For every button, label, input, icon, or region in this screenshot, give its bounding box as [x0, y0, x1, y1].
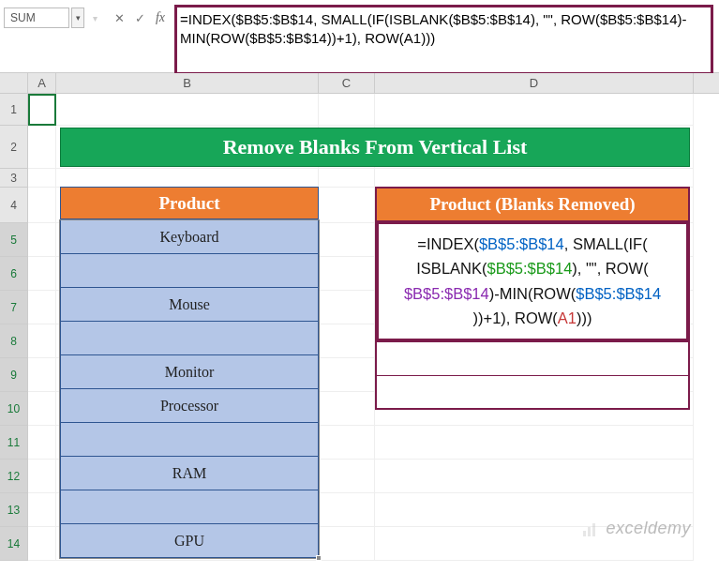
table-row[interactable]: GPU: [60, 524, 319, 558]
confirm-icon[interactable]: ✓: [129, 8, 150, 28]
cell[interactable]: [319, 257, 375, 291]
formula-bar-border: =INDEX($B$5:$B$14, SMALL(IF(ISBLANK($B$5…: [174, 5, 713, 75]
cell[interactable]: [28, 169, 56, 188]
table-row[interactable]: [375, 342, 690, 376]
cell[interactable]: [375, 493, 694, 527]
cell[interactable]: [28, 358, 56, 392]
cancel-icon[interactable]: ✕: [109, 8, 129, 28]
col-header-d[interactable]: D: [375, 73, 694, 93]
row-header-3[interactable]: 3: [0, 169, 28, 188]
cell[interactable]: [28, 223, 56, 257]
cell[interactable]: [375, 169, 694, 188]
cell[interactable]: [319, 527, 375, 561]
table-row[interactable]: [60, 490, 319, 524]
cell[interactable]: [319, 324, 375, 358]
page-title: Remove Blanks From Vertical List: [60, 128, 690, 167]
column-headers: A B C D: [0, 73, 719, 94]
fx-icon[interactable]: fx: [150, 8, 171, 28]
cell[interactable]: [319, 493, 375, 527]
table-row[interactable]: Processor: [60, 389, 319, 423]
table-row[interactable]: [60, 254, 319, 288]
cell[interactable]: [28, 188, 56, 223]
cell[interactable]: [375, 527, 694, 561]
expand-formula-icon[interactable]: ▾: [88, 8, 101, 28]
row-header-4[interactable]: 4: [0, 188, 28, 223]
formula-bar[interactable]: =INDEX($B$5:$B$14, SMALL(IF(ISBLANK($B$5…: [180, 10, 708, 67]
row-header-12[interactable]: 12: [0, 460, 28, 493]
cell[interactable]: [319, 188, 375, 223]
col-header-c[interactable]: C: [319, 73, 375, 93]
row-header-8[interactable]: 8: [0, 324, 28, 358]
cell[interactable]: [319, 169, 375, 188]
row-header-13[interactable]: 13: [0, 493, 28, 527]
name-box[interactable]: SUM: [4, 8, 69, 28]
formula-cell[interactable]: =INDEX($B$5:$B$14, SMALL(IF( ISBLANK($B$…: [375, 220, 690, 342]
grid: A B C D 1 2 3 4 5 6 7 8 9 10 11 12 13 14…: [0, 73, 719, 561]
formula-row: SUM ▾ ▾ ✕ ✓ fx =INDEX($B$5:$B$14, SMALL(…: [0, 0, 719, 73]
cell[interactable]: [56, 169, 319, 188]
row-header-14[interactable]: 14: [0, 527, 28, 561]
result-header: Product (Blanks Removed): [375, 187, 690, 220]
result-table: Product (Blanks Removed) =INDEX($B$5:$B$…: [375, 187, 690, 410]
cell[interactable]: [319, 460, 375, 493]
row-header-5[interactable]: 5: [0, 223, 28, 257]
cell[interactable]: [375, 460, 694, 493]
product-table: Product Keyboard Mouse Monitor Processor…: [60, 187, 319, 558]
cell[interactable]: [28, 94, 56, 126]
cell[interactable]: [319, 291, 375, 324]
row-header-6[interactable]: 6: [0, 257, 28, 291]
cell[interactable]: [56, 94, 319, 126]
cell[interactable]: [28, 126, 56, 169]
cell[interactable]: [319, 223, 375, 257]
row-header-2[interactable]: 2: [0, 126, 28, 169]
table-row[interactable]: Mouse: [60, 288, 319, 322]
row-header-10[interactable]: 10: [0, 392, 28, 426]
cell[interactable]: [28, 493, 56, 527]
table-row[interactable]: Keyboard: [60, 220, 319, 254]
cell[interactable]: [319, 94, 375, 126]
cell[interactable]: [28, 257, 56, 291]
cell[interactable]: [375, 94, 694, 126]
select-all-corner[interactable]: [0, 73, 28, 93]
table-row[interactable]: RAM: [60, 457, 319, 490]
cell[interactable]: [319, 392, 375, 426]
cell[interactable]: [375, 426, 694, 460]
cell[interactable]: [319, 358, 375, 392]
col-header-a[interactable]: A: [28, 73, 56, 93]
product-header: Product: [60, 187, 319, 220]
cell[interactable]: [28, 426, 56, 460]
col-header-b[interactable]: B: [56, 73, 319, 93]
name-box-dropdown[interactable]: ▾: [71, 8, 84, 28]
row-header-1[interactable]: 1: [0, 94, 28, 126]
cell[interactable]: [28, 392, 56, 426]
row-header-11[interactable]: 11: [0, 426, 28, 460]
cell[interactable]: [28, 527, 56, 561]
row-header-7[interactable]: 7: [0, 291, 28, 324]
table-row[interactable]: [375, 376, 690, 410]
cell[interactable]: [28, 291, 56, 324]
table-row[interactable]: Monitor: [60, 355, 319, 389]
table-row[interactable]: [60, 322, 319, 355]
row-header-9[interactable]: 9: [0, 358, 28, 392]
table-row[interactable]: [60, 423, 319, 457]
cell[interactable]: [28, 460, 56, 493]
cell[interactable]: [28, 324, 56, 358]
formula-controls: ✕ ✓ fx: [109, 8, 171, 28]
cell[interactable]: [319, 426, 375, 460]
